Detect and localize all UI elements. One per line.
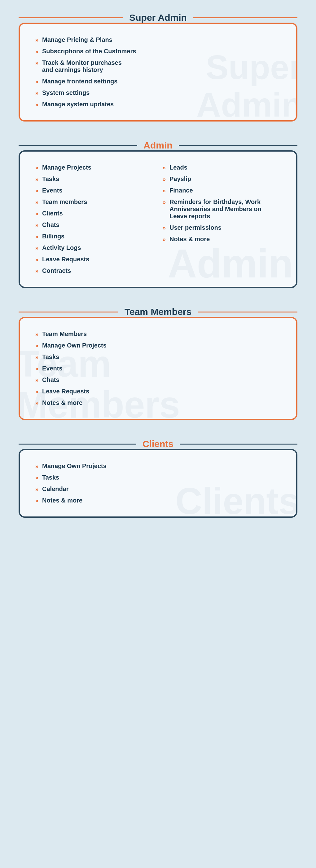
item-text: Activity Logs <box>42 244 81 251</box>
list-item: » Manage Own Projects <box>35 463 281 470</box>
admin-two-col: » Manage Projects » Tasks » Events » Tea… <box>35 164 281 274</box>
admin-title-wrap: Admin <box>19 140 297 151</box>
chevron-icon: » <box>35 354 38 361</box>
chevron-icon: » <box>163 225 166 231</box>
chevron-icon: » <box>35 49 38 55</box>
list-item: » Team Members <box>35 331 281 338</box>
chevron-icon: » <box>163 165 166 171</box>
chevron-icon: » <box>163 236 166 243</box>
clients-content: » Manage Own Projects » Tasks » Calendar… <box>35 463 281 504</box>
item-text: Manage system updates <box>42 101 114 108</box>
list-item: » Chats <box>35 221 153 228</box>
chevron-icon: » <box>163 188 166 194</box>
chevron-icon: » <box>35 188 38 194</box>
list-item: » Subscriptions of the Customers <box>35 48 281 55</box>
item-text: Clients <box>42 210 63 217</box>
team-members-list: » Team Members » Manage Own Projects » T… <box>35 331 281 406</box>
list-item: » Billings <box>35 233 153 240</box>
item-text: Subscriptions of the Customers <box>42 48 136 55</box>
list-item: » Notes & more <box>35 497 281 504</box>
chevron-icon: » <box>35 165 38 171</box>
super-admin-line-right <box>193 18 297 18</box>
list-item: » Manage system updates <box>35 101 281 108</box>
chevron-icon: » <box>35 475 38 481</box>
super-admin-line-left <box>19 18 123 18</box>
list-item: » Leave Requests <box>35 256 153 263</box>
clients-section: Clients Clients » Manage Own Projects » … <box>19 439 297 518</box>
list-item: » Activity Logs <box>35 244 153 251</box>
list-item: » User permissions <box>163 224 281 231</box>
list-item: » Notes & more <box>35 399 281 406</box>
item-text: Leave Requests <box>42 256 89 263</box>
list-item: » Manage Projects <box>35 164 153 171</box>
chevron-icon: » <box>35 463 38 470</box>
item-text: Contracts <box>42 267 71 274</box>
admin-title: Admin <box>137 140 179 151</box>
chevron-icon: » <box>35 37 38 43</box>
item-text: Chats <box>42 376 60 383</box>
chevron-icon: » <box>35 211 38 217</box>
item-text: Notes & more <box>42 497 83 504</box>
item-text: System settings <box>42 89 90 96</box>
chevron-icon: » <box>35 79 38 85</box>
item-text: Tasks <box>42 353 59 361</box>
item-text: Billings <box>42 233 64 240</box>
list-item: » Reminders for Birthdays, Work Annivers… <box>163 198 281 220</box>
chevron-icon: » <box>35 486 38 493</box>
item-text: Notes & more <box>42 399 83 406</box>
item-text: Notes & more <box>169 236 210 243</box>
item-text: Manage frontend settings <box>42 78 118 85</box>
chevron-icon: » <box>35 101 38 108</box>
chevron-icon: » <box>35 498 38 504</box>
super-admin-section: Super Admin SuperAdmin » Manage Pricing … <box>19 12 297 122</box>
clients-line-right <box>180 444 297 444</box>
admin-content: » Manage Projects » Tasks » Events » Tea… <box>35 164 281 274</box>
item-text: Team Members <box>42 331 87 338</box>
chevron-icon: » <box>35 222 38 228</box>
team-members-line-left <box>19 312 118 312</box>
super-admin-card: SuperAdmin » Manage Pricing & Plans » Su… <box>19 23 297 122</box>
list-item: » Team members <box>35 198 153 206</box>
admin-line-right <box>179 145 297 146</box>
item-text: Tasks <box>42 176 59 183</box>
list-item: » Manage frontend settings <box>35 78 281 85</box>
team-members-section: Team Members TeamMembers » Team Members … <box>19 307 297 420</box>
team-members-title-wrap: Team Members <box>19 307 297 317</box>
chevron-icon: » <box>35 234 38 240</box>
chevron-icon: » <box>35 245 38 251</box>
chevron-icon: » <box>35 60 38 66</box>
list-item: » Payslip <box>163 176 281 183</box>
list-item: » Track & Monitor purchasesand earnings … <box>35 59 281 73</box>
list-item: » Finance <box>163 187 281 194</box>
item-text: Calendar <box>42 486 69 493</box>
list-item: » Tasks <box>35 474 281 481</box>
clients-title: Clients <box>136 439 180 449</box>
super-admin-content: » Manage Pricing & Plans » Subscriptions… <box>35 36 281 108</box>
list-item: » Contracts <box>35 267 153 274</box>
super-admin-title: Super Admin <box>123 12 193 23</box>
chevron-icon: » <box>35 199 38 206</box>
item-text: Reminders for Birthdays, Work Anniversar… <box>169 198 281 220</box>
super-admin-title-wrap: Super Admin <box>19 12 297 23</box>
list-item: » Events <box>35 365 281 372</box>
list-item: » Clients <box>35 210 153 217</box>
item-text: Chats <box>42 221 60 228</box>
super-admin-list: » Manage Pricing & Plans » Subscriptions… <box>35 36 281 108</box>
clients-title-wrap: Clients <box>19 439 297 449</box>
item-text: Leave Requests <box>42 388 89 395</box>
chevron-icon: » <box>163 176 166 183</box>
item-text: Manage Pricing & Plans <box>42 36 113 43</box>
clients-line-left <box>19 444 136 444</box>
chevron-icon: » <box>35 256 38 263</box>
list-item: » Chats <box>35 376 281 383</box>
item-text: Events <box>42 187 63 194</box>
chevron-icon: » <box>35 268 38 274</box>
list-item: » Calendar <box>35 486 281 493</box>
admin-right-list: » Leads » Payslip » Finance » Reminders … <box>163 164 281 274</box>
clients-list: » Manage Own Projects » Tasks » Calendar… <box>35 463 281 504</box>
chevron-icon: » <box>35 90 38 96</box>
team-members-content: » Team Members » Manage Own Projects » T… <box>35 331 281 406</box>
list-item: » Events <box>35 187 153 194</box>
chevron-icon: » <box>35 377 38 383</box>
item-text: Team members <box>42 198 87 206</box>
